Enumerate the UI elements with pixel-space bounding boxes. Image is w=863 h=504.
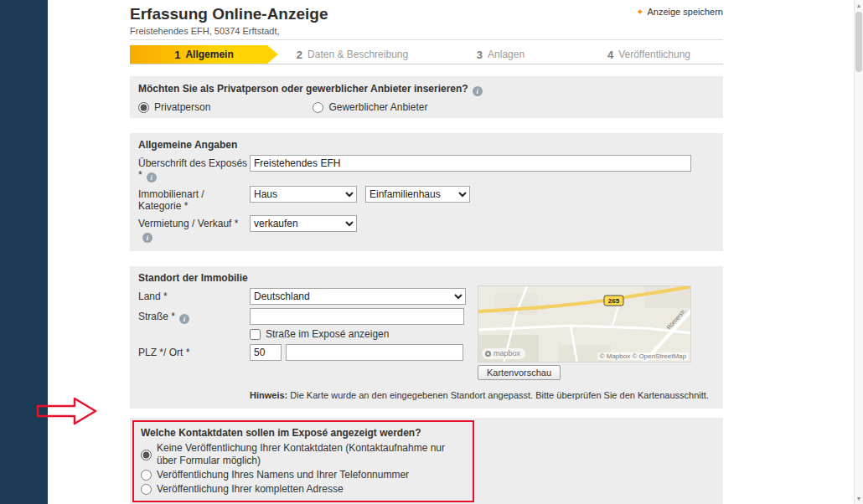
radio-privatperson[interactable]: Privatperson bbox=[138, 101, 210, 113]
step-number: 2 bbox=[297, 49, 302, 61]
contact-option-row: Veröffentlichung Ihrer kompletten Adress… bbox=[141, 483, 466, 496]
contact-question: Welche Kontaktdaten sollen im Exposé ang… bbox=[141, 427, 466, 439]
name-phone-radio[interactable] bbox=[141, 470, 152, 481]
location-section: Standort der Immobilie Land * Deutschlan… bbox=[130, 266, 723, 409]
step-4-veroeffentlichung[interactable]: 4 Veröffentlichung bbox=[575, 45, 723, 64]
show-street-checkbox[interactable] bbox=[250, 329, 261, 340]
marketing-field-row: Vermietung / Verkauf *i verkaufen bbox=[138, 215, 715, 243]
step-number: 1 bbox=[174, 49, 180, 61]
general-data-section: Allgemeine Angaben Überschrift des Expos… bbox=[130, 133, 723, 251]
radio-no-publication[interactable]: Keine Veröffentlichung Ihrer Kontaktdate… bbox=[141, 442, 466, 467]
headline-label: Überschrift des Exposés *i bbox=[138, 155, 250, 183]
street-label: Straße *i bbox=[138, 308, 250, 324]
general-section-title: Allgemeine Angaben bbox=[138, 139, 715, 151]
plz-input[interactable] bbox=[250, 344, 282, 361]
full-address-radio[interactable] bbox=[141, 484, 152, 495]
property-type-select[interactable]: Haus bbox=[250, 186, 357, 203]
step-label: Anlagen bbox=[488, 49, 525, 60]
save-ad-link[interactable]: ✦Anzeige speichern bbox=[636, 7, 723, 18]
left-app-strip bbox=[0, 0, 48, 504]
map-hint: Hinweis: Die Karte wurde an den eingegeb… bbox=[250, 390, 715, 404]
scroll-up-icon[interactable]: ▲ bbox=[855, 0, 863, 11]
main-content: Erfassung Online-Anzeige ✦Anzeige speich… bbox=[130, 0, 723, 504]
step-label: Veröffentlichung bbox=[618, 49, 690, 60]
red-annotation-arrow bbox=[35, 395, 99, 427]
marketing-type-select[interactable]: verkaufen bbox=[250, 215, 357, 232]
step-label: Daten & Beschreibung bbox=[307, 49, 408, 60]
category-field-row: Immobilienart / Kategorie * Haus Einfami… bbox=[138, 186, 715, 212]
info-icon[interactable]: i bbox=[179, 314, 189, 324]
ort-input[interactable] bbox=[286, 344, 463, 361]
country-label: Land * bbox=[138, 288, 250, 302]
advertiser-type-section: Möchten Sie als Privatperson oder gewerb… bbox=[130, 76, 723, 118]
step-2-daten-beschreibung[interactable]: 2 Daten & Beschreibung bbox=[278, 45, 426, 64]
privatperson-radio[interactable] bbox=[138, 102, 149, 113]
scrollbar[interactable]: ▲ ▼ bbox=[854, 0, 863, 504]
step-number: 3 bbox=[477, 49, 483, 61]
info-icon[interactable]: i bbox=[147, 172, 157, 183]
location-section-title: Standort der Immobilie bbox=[138, 272, 715, 284]
advertiser-options: Privatperson Gewerblicher Anbieter bbox=[138, 101, 715, 113]
step-1-allgemein[interactable]: 1 Allgemein bbox=[130, 45, 278, 64]
scroll-down-icon[interactable]: ▼ bbox=[855, 493, 863, 504]
scrollbar-thumb[interactable] bbox=[855, 12, 862, 72]
radio-gewerblicher-anbieter[interactable]: Gewerblicher Anbieter bbox=[313, 101, 427, 113]
header-divider bbox=[130, 39, 723, 40]
step-label: Allgemein bbox=[185, 49, 233, 60]
map-attribution: © Mapbox © OpenStreetMap bbox=[597, 352, 689, 360]
step-3-anlagen[interactable]: 3 Anlagen bbox=[426, 45, 575, 64]
info-icon[interactable]: i bbox=[142, 233, 152, 243]
gewerblich-radio[interactable] bbox=[313, 102, 323, 113]
page-title: Erfassung Online-Anzeige bbox=[130, 5, 723, 23]
radio-name-phone[interactable]: Veröffentlichung Ihres Namens und Ihrer … bbox=[141, 469, 409, 481]
step-number: 4 bbox=[607, 49, 613, 61]
map-preview-button[interactable]: Kartenvorschau bbox=[478, 365, 561, 380]
contact-data-section: Welche Kontaktdaten sollen im Exposé ang… bbox=[130, 418, 723, 504]
map-preview: 265 Römerstr. mapbox © Mapbox © OpenStre… bbox=[478, 285, 691, 363]
map-column: 265 Römerstr. mapbox © Mapbox © OpenStre… bbox=[478, 285, 691, 380]
marketing-label: Vermietung / Verkauf *i bbox=[138, 215, 250, 243]
no-publication-radio[interactable] bbox=[141, 450, 152, 460]
red-highlight-box: Welche Kontaktdaten sollen im Exposé ang… bbox=[132, 420, 474, 502]
property-subtype-select[interactable]: Einfamilienhaus bbox=[365, 186, 470, 203]
contact-option-row: Veröffentlichung Ihres Namens und Ihrer … bbox=[141, 469, 466, 481]
country-select[interactable]: Deutschland bbox=[250, 288, 466, 305]
road-badge: 265 bbox=[608, 297, 620, 305]
headline-input[interactable] bbox=[250, 155, 691, 172]
listing-subtitle: Freistehendes EFH, 50374 Erftstadt, bbox=[130, 26, 723, 36]
advertiser-question: Möchten Sie als Privatperson oder gewerb… bbox=[138, 83, 715, 96]
street-input[interactable] bbox=[250, 308, 464, 325]
step-wizard: 1 Allgemein 2 Daten & Beschreibung 3 Anl… bbox=[130, 45, 723, 64]
category-label: Immobilienart / Kategorie * bbox=[138, 186, 250, 212]
plz-ort-label: PLZ */ Ort * bbox=[138, 344, 250, 358]
contact-option-row: Keine Veröffentlichung Ihrer Kontaktdate… bbox=[141, 442, 466, 467]
mapbox-logo: mapbox bbox=[482, 348, 525, 359]
save-diamond-icon: ✦ bbox=[636, 7, 643, 17]
info-icon[interactable]: i bbox=[473, 86, 483, 96]
radio-full-address[interactable]: Veröffentlichung Ihrer kompletten Adress… bbox=[141, 483, 344, 496]
show-street-checkbox-label[interactable]: Straße im Exposé anzeigen bbox=[250, 328, 389, 340]
save-ad-label: Anzeige speichern bbox=[647, 7, 723, 17]
headline-field-row: Überschrift des Exposés *i bbox=[138, 155, 715, 183]
